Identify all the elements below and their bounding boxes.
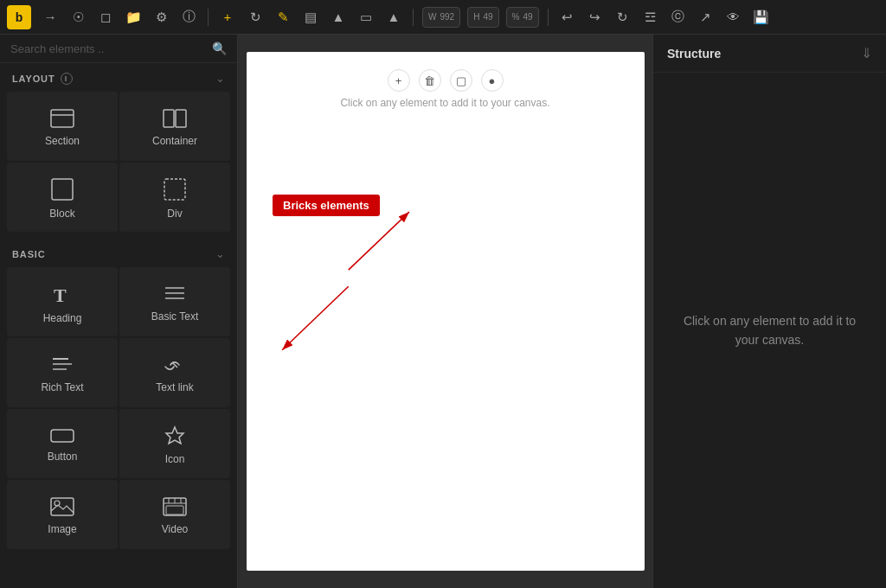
- canvas-duplicate-btn[interactable]: ▢: [450, 69, 472, 92]
- help-icon[interactable]: ⓘ: [177, 5, 201, 29]
- svg-marker-15: [166, 427, 183, 444]
- shield-icon[interactable]: ☉: [66, 5, 90, 29]
- page-icon[interactable]: ◻: [93, 5, 118, 29]
- sep3: [548, 9, 549, 26]
- canvas-settings-btn[interactable]: ●: [481, 69, 504, 92]
- width-label: W: [428, 12, 436, 22]
- tablet-icon[interactable]: ▭: [354, 5, 378, 29]
- button-icon: [50, 428, 74, 444]
- basic-section-header: BASIC ⌄: [0, 239, 237, 267]
- block-icon: [51, 178, 74, 201]
- search-icon: 🔍: [212, 42, 227, 55]
- mobile-icon[interactable]: ▲: [326, 5, 350, 29]
- desktop-icon[interactable]: ▲: [382, 5, 406, 29]
- width-field[interactable]: W 992: [422, 7, 460, 28]
- search-input[interactable]: [10, 42, 205, 55]
- svg-rect-3: [176, 110, 186, 127]
- svg-rect-23: [166, 506, 183, 514]
- right-panel-content: Click on any element to add it to your c…: [653, 73, 886, 588]
- sep2: [413, 9, 414, 26]
- layout-chevron[interactable]: ⌄: [215, 72, 225, 85]
- video-icon: [163, 497, 187, 516]
- div-icon: [164, 178, 186, 201]
- history-icon[interactable]: ▤: [299, 5, 323, 29]
- preview-icon[interactable]: 👁: [722, 5, 746, 29]
- canvas-delete-btn[interactable]: 🗑: [419, 69, 441, 92]
- container-label: Container: [152, 135, 197, 147]
- sep1: [208, 9, 209, 26]
- svg-rect-5: [164, 179, 185, 200]
- element-section[interactable]: Section: [7, 92, 118, 161]
- element-button[interactable]: Button: [7, 409, 118, 478]
- external-icon[interactable]: ↗: [694, 5, 718, 29]
- structure-placeholder: Click on any element to add it to your c…: [671, 311, 869, 350]
- download-icon[interactable]: ⇓: [861, 45, 872, 61]
- structure-title: Structure: [667, 47, 721, 61]
- canvas-hint: Click on any element to add it to your c…: [340, 97, 549, 109]
- search-bar: 🔍: [0, 35, 237, 63]
- video-label: Video: [162, 523, 188, 535]
- height-field[interactable]: H 49: [467, 7, 498, 28]
- undo-icon[interactable]: ↩: [555, 5, 580, 29]
- layers-icon[interactable]: ☲: [639, 5, 663, 29]
- logo[interactable]: b: [7, 5, 31, 29]
- element-text-link[interactable]: Text link: [119, 338, 230, 407]
- right-sidebar: Structure ⇓ Click on any element to add …: [652, 35, 886, 588]
- canvas-paper: + 🗑 ▢ ● Click on any element to add it t…: [247, 52, 645, 571]
- icon-element-icon: [164, 425, 185, 446]
- element-block[interactable]: Block: [7, 163, 118, 232]
- svg-rect-2: [164, 110, 174, 127]
- wordpress-icon[interactable]: ⓒ: [666, 5, 690, 29]
- text-link-label: Text link: [156, 381, 193, 393]
- left-sidebar: 🔍 LAYOUT i ⌄ Section Contain: [0, 35, 238, 588]
- canvas-area: + 🗑 ▢ ● Click on any element to add it t…: [238, 35, 652, 588]
- svg-rect-16: [51, 498, 74, 515]
- zoom-value: 49: [523, 12, 532, 22]
- basic-chevron[interactable]: ⌄: [215, 247, 225, 260]
- image-label: Image: [48, 523, 76, 535]
- svg-rect-0: [51, 110, 74, 127]
- right-panel-header: Structure ⇓: [653, 35, 886, 73]
- main-layout: 🔍 LAYOUT i ⌄ Section Contain: [0, 35, 886, 588]
- element-container[interactable]: Container: [119, 92, 230, 161]
- section-icon: [50, 109, 74, 128]
- element-icon-item[interactable]: Icon: [119, 409, 230, 478]
- canvas-add-btn[interactable]: +: [388, 69, 410, 92]
- rotate-icon[interactable]: ↻: [611, 5, 635, 29]
- redo-icon[interactable]: ↪: [583, 5, 607, 29]
- layout-info-icon[interactable]: i: [61, 73, 73, 85]
- element-video[interactable]: Video: [119, 480, 230, 549]
- layout-label: LAYOUT: [12, 74, 55, 84]
- icon-label: Icon: [165, 453, 185, 465]
- basic-grid: T Heading Basic Text Rich Text: [0, 267, 237, 556]
- width-value: 992: [440, 12, 454, 22]
- button-label: Button: [48, 451, 78, 463]
- container-icon: [163, 109, 187, 128]
- image-icon: [50, 497, 74, 516]
- basic-text-icon: [164, 284, 186, 304]
- zoom-field[interactable]: % 49: [506, 7, 539, 28]
- save-icon[interactable]: 💾: [749, 5, 774, 29]
- folder-icon[interactable]: 📁: [121, 5, 145, 29]
- element-image[interactable]: Image: [7, 480, 118, 549]
- add-element-button[interactable]: +: [215, 5, 240, 29]
- section-label: Section: [45, 135, 80, 147]
- canvas-toolbar: + 🗑 ▢ ●: [388, 69, 504, 92]
- pencil-icon[interactable]: ✎: [271, 5, 295, 29]
- settings-icon[interactable]: ⚙: [149, 5, 173, 29]
- div-label: Div: [167, 208, 182, 220]
- refresh-icon[interactable]: ↻: [243, 5, 267, 29]
- element-basic-text[interactable]: Basic Text: [119, 267, 230, 336]
- layout-section-header: LAYOUT i ⌄: [0, 63, 237, 92]
- arrow-tool[interactable]: →: [38, 5, 62, 29]
- element-div[interactable]: Div: [119, 163, 230, 232]
- element-rich-text[interactable]: Rich Text: [7, 338, 118, 407]
- svg-text:T: T: [54, 284, 67, 305]
- heading-label: Heading: [43, 312, 82, 324]
- rich-text-icon: [51, 355, 74, 374]
- element-heading[interactable]: T Heading: [7, 267, 118, 336]
- svg-rect-4: [52, 179, 73, 200]
- main-toolbar: b → ☉ ◻ 📁 ⚙ ⓘ + ↻ ✎ ▤ ▲ ▭ ▲ W 992 H 49 %…: [0, 0, 886, 35]
- text-link-icon: [164, 355, 186, 374]
- height-label: H: [473, 12, 479, 22]
